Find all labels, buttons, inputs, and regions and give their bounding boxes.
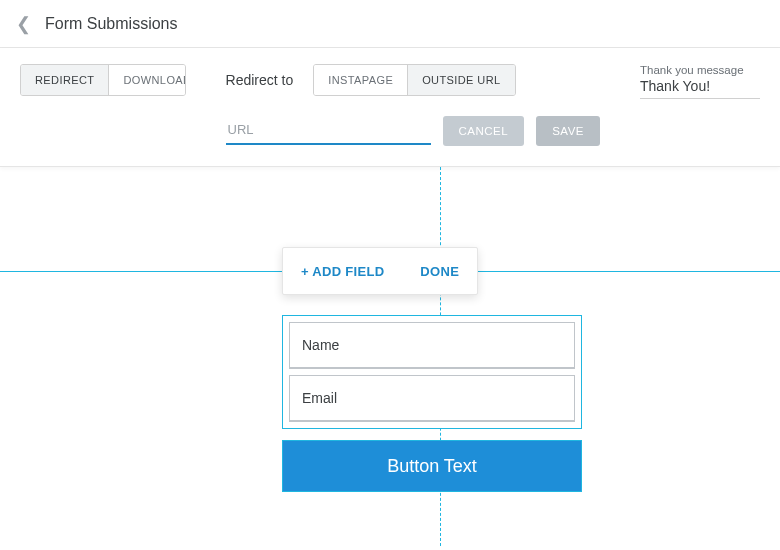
form-field-name[interactable]: Name [289,322,575,369]
save-button[interactable]: SAVE [536,116,600,146]
thank-you-label: Thank you message [640,64,760,76]
cancel-button[interactable]: CANCEL [443,116,525,146]
header: ❮ Form Submissions [0,0,780,48]
field-popup: + ADD FIELD DONE [282,247,478,295]
redirect-label: Redirect to [226,72,294,88]
page-title: Form Submissions [45,15,177,33]
redirect-target-tabs: INSTAPAGE OUTSIDE URL [313,64,515,96]
url-row: CANCEL SAVE [226,116,600,146]
settings-panel: REDIRECT DOWNLOAD Redirect to INSTAPAGE … [0,48,780,167]
done-button[interactable]: DONE [402,248,477,294]
canvas: + ADD FIELD DONE Name Email Button Text [0,167,780,546]
form-field-email[interactable]: Email [289,375,575,422]
form-box[interactable]: Name Email [282,315,582,429]
tab-download[interactable]: DOWNLOAD [108,65,185,95]
redirect-row: Redirect to INSTAPAGE OUTSIDE URL [226,64,600,96]
tab-outside-url[interactable]: OUTSIDE URL [407,65,514,95]
tab-instapage[interactable]: INSTAPAGE [314,65,407,95]
add-field-button[interactable]: + ADD FIELD [283,248,402,294]
redirect-block: Redirect to INSTAPAGE OUTSIDE URL CANCEL… [226,64,600,146]
tab-redirect[interactable]: REDIRECT [21,65,108,95]
mode-tabs: REDIRECT DOWNLOAD [20,64,186,96]
url-input[interactable] [226,118,431,145]
back-icon[interactable]: ❮ [16,15,31,33]
thank-you-value[interactable]: Thank You! [640,78,760,99]
thank-you-block: Thank you message Thank You! [640,64,760,99]
form-submit-button[interactable]: Button Text [282,440,582,492]
